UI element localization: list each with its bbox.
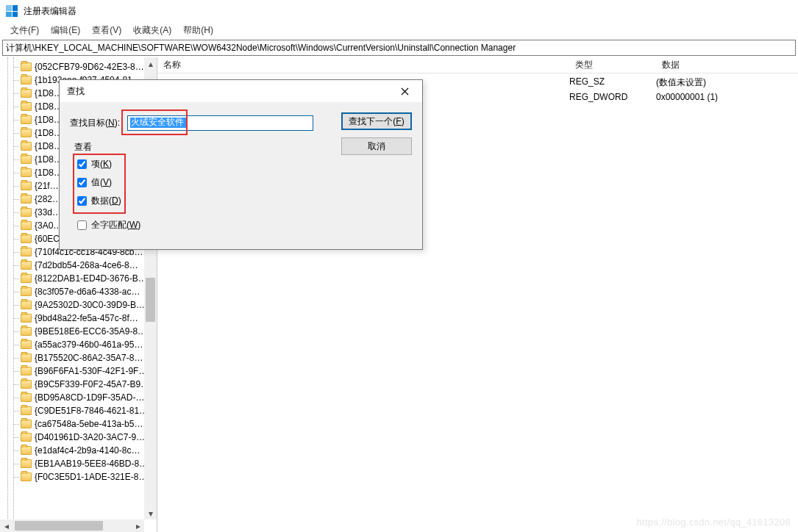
tree-item-label: {B9C5F339-F0F2-45A7-B9… [35, 379, 149, 389]
tree-item[interactable]: {e1daf4c4-2b9a-4140-8c… [0, 444, 157, 457]
find-next-button[interactable]: 查找下一个(F) [341, 112, 412, 130]
tree-item[interactable]: {a55ac379-46b0-461a-95… [0, 338, 157, 351]
folder-icon [21, 168, 32, 177]
close-icon [401, 87, 409, 96]
folder-icon [21, 76, 32, 85]
tree-horizontal-scrollbar[interactable]: ◂ ▸ [0, 520, 144, 532]
folder-icon [21, 274, 32, 283]
folder-icon [21, 89, 32, 98]
tree-item-label: {BD95A8CD-1D9F-35AD-… [35, 392, 144, 403]
cell-type: REG_SZ [569, 76, 656, 89]
scroll-up-icon[interactable]: ▴ [144, 57, 157, 70]
checkbox-values-input[interactable] [77, 178, 87, 187]
folder-icon [21, 248, 32, 256]
checkbox-keys-input[interactable] [77, 159, 87, 169]
folder-icon [21, 459, 32, 468]
cell-data: (数值未设置) [656, 76, 706, 89]
tree-item[interactable]: {8c3f057e-d6a6-4338-ac… [0, 285, 157, 298]
folder-icon [21, 327, 32, 336]
folder-icon [21, 353, 32, 362]
tree-item-label: {EB1AAB19-5EE8-46BD-8… [35, 459, 148, 469]
tree-item-label: {33d… [35, 207, 61, 218]
tree-item-label: {C9DE51F8-7846-4621-81… [35, 406, 148, 416]
checkbox-whole-word-input[interactable] [77, 220, 87, 230]
tree-item[interactable]: {EB1AAB19-5EE8-46BD-8… [0, 457, 157, 470]
folder-icon [21, 287, 32, 296]
folder-icon [21, 446, 32, 455]
scroll-thumb[interactable] [15, 521, 103, 531]
tree-item[interactable]: {7d2bdb54-268a-4ce6-8… [0, 259, 157, 272]
checkbox-whole-word[interactable]: 全字匹配(W) [77, 219, 412, 231]
tree-item-label: {e1daf4c4-2b9a-4140-8c… [35, 445, 140, 456]
checkbox-keys[interactable]: 项(K) [77, 158, 412, 170]
dialog-title: 查找 [67, 85, 85, 98]
menu-bar: 文件(F) 编辑(E) 查看(V) 收藏夹(A) 帮助(H) [0, 22, 798, 38]
tree-item[interactable]: {8122DAB1-ED4D-3676-B… [0, 272, 157, 285]
checkbox-data[interactable]: 数据(D) [77, 195, 412, 207]
menu-favorites[interactable]: 收藏夹(A) [127, 23, 177, 38]
folder-icon [21, 62, 32, 71]
window-title: 注册表编辑器 [24, 5, 76, 18]
checkbox-values[interactable]: 值(V) [77, 176, 412, 189]
cancel-button[interactable]: 取消 [341, 137, 412, 155]
menu-view[interactable]: 查看(V) [86, 23, 127, 38]
find-target-field[interactable] [130, 118, 186, 128]
folder-icon [21, 261, 32, 270]
tree-item-label: {9bd48a22-fe5a-457c-8f… [35, 313, 138, 323]
tree-item-label: {3A0… [35, 220, 62, 231]
address-bar[interactable]: 计算机\HKEY_LOCAL_MACHINE\SOFTWARE\WOW6432N… [2, 40, 796, 56]
tree-item[interactable]: {052CFB79-9D62-42E3-8… [0, 60, 157, 73]
folder-icon [21, 129, 32, 137]
tree-item[interactable]: {F0C3E5D1-1ADE-321E-8… [0, 470, 157, 484]
find-target-input[interactable] [127, 115, 313, 131]
tree-item-label: {282… [35, 194, 61, 204]
tree-item[interactable]: {C9DE51F8-7846-4621-81… [0, 404, 157, 417]
folder-icon [21, 301, 32, 309]
folder-icon [21, 234, 32, 243]
folder-icon [21, 115, 32, 124]
folder-icon [21, 314, 32, 323]
tree-item[interactable]: {ca67548a-5ebe-413a-b5… [0, 417, 157, 431]
cell-type: REG_DWORD [569, 92, 656, 102]
scroll-right-icon[interactable]: ▸ [132, 520, 144, 532]
column-type[interactable]: 类型 [569, 57, 656, 73]
folder-icon [21, 195, 32, 204]
folder-icon [21, 406, 32, 415]
tree-item-label: {ca67548a-5ebe-413a-b5… [35, 419, 143, 429]
scroll-left-icon[interactable]: ◂ [0, 520, 13, 532]
folder-icon [21, 367, 32, 375]
tree-item-label: {D401961D-3A20-3AC7-9… [35, 432, 145, 442]
folder-icon [21, 420, 32, 428]
tree-item[interactable]: {B96F6FA1-530F-42F1-9F… [0, 364, 157, 378]
column-name[interactable]: 名称 [157, 57, 569, 73]
tree-item-label: {9BE518E6-ECC6-35A9-8… [35, 326, 146, 337]
folder-icon [21, 102, 32, 111]
tree-item[interactable]: {D401961D-3A20-3AC7-9… [0, 431, 157, 444]
scroll-thumb[interactable] [146, 278, 155, 322]
scroll-down-icon[interactable]: ▾ [144, 507, 157, 520]
tree-item-label: {a55ac379-46b0-461a-95… [35, 339, 143, 350]
list-header: 名称 类型 数据 [157, 57, 798, 73]
tree-item-label: {F0C3E5D1-1ADE-321E-8… [35, 472, 147, 482]
close-button[interactable] [390, 82, 419, 101]
find-dialog: 查找 查找目标(N): 查找下一个(F) 取消 查看 项(K) 值(V) 数据(… [59, 79, 423, 250]
tree-item-label: {052CFB79-9D62-42E3-8… [35, 62, 144, 72]
tree-item[interactable]: {9bd48a22-fe5a-457c-8f… [0, 312, 157, 325]
tree-item[interactable]: {BD95A8CD-1D9F-35AD-… [0, 391, 157, 404]
menu-file[interactable]: 文件(F) [4, 23, 45, 38]
checkbox-data-input[interactable] [77, 196, 87, 206]
menu-edit[interactable]: 编辑(E) [45, 23, 86, 38]
tree-item[interactable]: {B9C5F339-F0F2-45A7-B9… [0, 378, 157, 391]
folder-icon [21, 155, 32, 164]
tree-item[interactable]: {B175520C-86A2-35A7-8… [0, 351, 157, 364]
tree-item-label: {B175520C-86A2-35A7-8… [35, 353, 143, 363]
tree-item[interactable]: {9A25302D-30C0-39D9-B… [0, 298, 157, 312]
column-data[interactable]: 数据 [656, 57, 798, 73]
dialog-titlebar[interactable]: 查找 [60, 80, 422, 102]
tree-item[interactable]: {9BE518E6-ECC6-35A9-8… [0, 325, 157, 338]
tree-item-label: {9A25302D-30C0-39D9-B… [35, 300, 145, 310]
folder-icon [21, 472, 32, 481]
menu-help[interactable]: 帮助(H) [177, 23, 219, 38]
folder-icon [21, 340, 32, 349]
app-icon [6, 5, 18, 17]
